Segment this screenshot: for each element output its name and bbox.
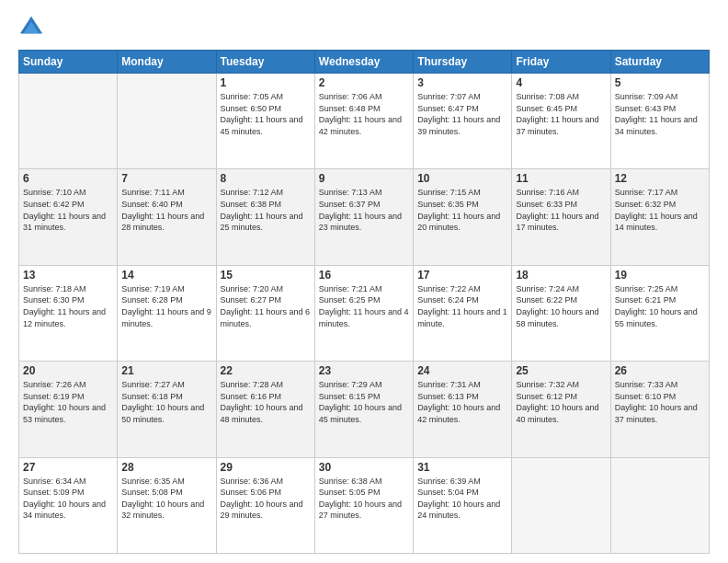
calendar-cell: 11Sunrise: 7:16 AM Sunset: 6:33 PM Dayli… xyxy=(512,169,610,265)
calendar-week-3: 13Sunrise: 7:18 AM Sunset: 6:30 PM Dayli… xyxy=(19,265,710,361)
col-header-saturday: Saturday xyxy=(610,51,709,74)
calendar-cell xyxy=(118,74,216,169)
day-info: Sunrise: 7:11 AM Sunset: 6:40 PM Dayligh… xyxy=(121,187,211,233)
day-info: Sunrise: 6:38 AM Sunset: 5:05 PM Dayligh… xyxy=(319,476,409,522)
day-number: 22 xyxy=(221,364,311,377)
calendar-cell: 26Sunrise: 7:33 AM Sunset: 6:10 PM Dayli… xyxy=(610,362,709,457)
day-number: 20 xyxy=(23,364,113,377)
calendar-cell: 29Sunrise: 6:36 AM Sunset: 5:06 PM Dayli… xyxy=(216,457,314,553)
day-info: Sunrise: 7:19 AM Sunset: 6:28 PM Dayligh… xyxy=(121,283,211,329)
day-info: Sunrise: 7:28 AM Sunset: 6:16 PM Dayligh… xyxy=(221,379,311,425)
calendar-cell: 7Sunrise: 7:11 AM Sunset: 6:40 PM Daylig… xyxy=(118,169,216,265)
calendar-cell: 6Sunrise: 7:10 AM Sunset: 6:42 PM Daylig… xyxy=(19,169,118,265)
col-header-friday: Friday xyxy=(512,51,610,74)
day-number: 8 xyxy=(221,172,311,185)
calendar-cell: 16Sunrise: 7:21 AM Sunset: 6:25 PM Dayli… xyxy=(314,265,413,361)
logo-icon xyxy=(18,15,44,40)
day-info: Sunrise: 7:26 AM Sunset: 6:19 PM Dayligh… xyxy=(23,379,113,425)
calendar-cell: 12Sunrise: 7:17 AM Sunset: 6:32 PM Dayli… xyxy=(610,169,709,265)
day-info: Sunrise: 7:07 AM Sunset: 6:47 PM Dayligh… xyxy=(417,91,507,137)
calendar-cell: 13Sunrise: 7:18 AM Sunset: 6:30 PM Dayli… xyxy=(19,265,118,361)
day-info: Sunrise: 7:25 AM Sunset: 6:21 PM Dayligh… xyxy=(615,283,705,329)
col-header-wednesday: Wednesday xyxy=(314,51,413,74)
day-number: 30 xyxy=(319,461,409,474)
calendar-cell: 5Sunrise: 7:09 AM Sunset: 6:43 PM Daylig… xyxy=(610,74,709,169)
day-number: 6 xyxy=(23,172,113,185)
calendar-cell: 21Sunrise: 7:27 AM Sunset: 6:18 PM Dayli… xyxy=(118,362,216,457)
calendar-cell: 24Sunrise: 7:31 AM Sunset: 6:13 PM Dayli… xyxy=(414,362,512,457)
day-info: Sunrise: 6:34 AM Sunset: 5:09 PM Dayligh… xyxy=(23,476,113,522)
calendar-week-1: 1Sunrise: 7:05 AM Sunset: 6:50 PM Daylig… xyxy=(19,74,710,169)
day-info: Sunrise: 7:33 AM Sunset: 6:10 PM Dayligh… xyxy=(615,379,705,425)
calendar-cell: 8Sunrise: 7:12 AM Sunset: 6:38 PM Daylig… xyxy=(216,169,314,265)
day-number: 19 xyxy=(615,269,705,282)
calendar-week-2: 6Sunrise: 7:10 AM Sunset: 6:42 PM Daylig… xyxy=(19,169,710,265)
calendar-cell: 30Sunrise: 6:38 AM Sunset: 5:05 PM Dayli… xyxy=(314,457,413,553)
day-number: 14 xyxy=(121,269,211,282)
day-info: Sunrise: 7:15 AM Sunset: 6:35 PM Dayligh… xyxy=(417,187,507,233)
day-number: 12 xyxy=(615,172,705,185)
day-number: 9 xyxy=(319,172,409,185)
day-number: 28 xyxy=(121,461,211,474)
day-number: 11 xyxy=(516,172,606,185)
calendar-cell: 10Sunrise: 7:15 AM Sunset: 6:35 PM Dayli… xyxy=(414,169,512,265)
calendar-cell: 2Sunrise: 7:06 AM Sunset: 6:48 PM Daylig… xyxy=(314,74,413,169)
day-number: 17 xyxy=(417,269,507,282)
day-info: Sunrise: 7:27 AM Sunset: 6:18 PM Dayligh… xyxy=(121,379,211,425)
col-header-sunday: Sunday xyxy=(19,51,118,74)
logo xyxy=(18,15,48,40)
col-header-monday: Monday xyxy=(118,51,216,74)
calendar-cell: 25Sunrise: 7:32 AM Sunset: 6:12 PM Dayli… xyxy=(512,362,610,457)
day-info: Sunrise: 7:09 AM Sunset: 6:43 PM Dayligh… xyxy=(615,91,705,137)
day-number: 18 xyxy=(516,269,606,282)
day-info: Sunrise: 7:12 AM Sunset: 6:38 PM Dayligh… xyxy=(221,187,311,233)
calendar-cell: 17Sunrise: 7:22 AM Sunset: 6:24 PM Dayli… xyxy=(414,265,512,361)
calendar-cell: 20Sunrise: 7:26 AM Sunset: 6:19 PM Dayli… xyxy=(19,362,118,457)
day-info: Sunrise: 6:36 AM Sunset: 5:06 PM Dayligh… xyxy=(221,476,311,522)
day-info: Sunrise: 7:13 AM Sunset: 6:37 PM Dayligh… xyxy=(319,187,409,233)
day-info: Sunrise: 7:31 AM Sunset: 6:13 PM Dayligh… xyxy=(417,379,507,425)
day-number: 7 xyxy=(121,172,211,185)
calendar-table: SundayMondayTuesdayWednesdayThursdayFrid… xyxy=(18,50,710,554)
day-info: Sunrise: 7:22 AM Sunset: 6:24 PM Dayligh… xyxy=(417,283,507,329)
calendar-cell xyxy=(19,74,118,169)
day-info: Sunrise: 7:32 AM Sunset: 6:12 PM Dayligh… xyxy=(516,379,606,425)
day-number: 1 xyxy=(221,76,311,89)
page: SundayMondayTuesdayWednesdayThursdayFrid… xyxy=(0,0,728,563)
calendar-cell xyxy=(512,457,610,553)
calendar-cell: 1Sunrise: 7:05 AM Sunset: 6:50 PM Daylig… xyxy=(216,74,314,169)
calendar-cell: 31Sunrise: 6:39 AM Sunset: 5:04 PM Dayli… xyxy=(414,457,512,553)
calendar-cell xyxy=(610,457,709,553)
day-number: 15 xyxy=(221,269,311,282)
day-info: Sunrise: 7:29 AM Sunset: 6:15 PM Dayligh… xyxy=(319,379,409,425)
col-header-tuesday: Tuesday xyxy=(216,51,314,74)
calendar-cell: 14Sunrise: 7:19 AM Sunset: 6:28 PM Dayli… xyxy=(118,265,216,361)
day-number: 21 xyxy=(121,364,211,377)
calendar-cell: 28Sunrise: 6:35 AM Sunset: 5:08 PM Dayli… xyxy=(118,457,216,553)
day-number: 13 xyxy=(23,269,113,282)
day-number: 24 xyxy=(417,364,507,377)
day-info: Sunrise: 7:20 AM Sunset: 6:27 PM Dayligh… xyxy=(221,283,311,329)
day-info: Sunrise: 6:39 AM Sunset: 5:04 PM Dayligh… xyxy=(417,476,507,522)
day-info: Sunrise: 7:16 AM Sunset: 6:33 PM Dayligh… xyxy=(516,187,606,233)
day-info: Sunrise: 7:21 AM Sunset: 6:25 PM Dayligh… xyxy=(319,283,409,329)
calendar-cell: 19Sunrise: 7:25 AM Sunset: 6:21 PM Dayli… xyxy=(610,265,709,361)
day-number: 31 xyxy=(417,461,507,474)
calendar-cell: 15Sunrise: 7:20 AM Sunset: 6:27 PM Dayli… xyxy=(216,265,314,361)
day-number: 3 xyxy=(417,76,507,89)
day-info: Sunrise: 7:17 AM Sunset: 6:32 PM Dayligh… xyxy=(615,187,705,233)
day-number: 2 xyxy=(319,76,409,89)
calendar-week-4: 20Sunrise: 7:26 AM Sunset: 6:19 PM Dayli… xyxy=(19,362,710,457)
day-number: 10 xyxy=(417,172,507,185)
day-number: 23 xyxy=(319,364,409,377)
day-number: 26 xyxy=(615,364,705,377)
calendar-header-row: SundayMondayTuesdayWednesdayThursdayFrid… xyxy=(19,51,710,74)
calendar-week-5: 27Sunrise: 6:34 AM Sunset: 5:09 PM Dayli… xyxy=(19,457,710,553)
calendar-cell: 22Sunrise: 7:28 AM Sunset: 6:16 PM Dayli… xyxy=(216,362,314,457)
calendar-cell: 23Sunrise: 7:29 AM Sunset: 6:15 PM Dayli… xyxy=(314,362,413,457)
day-number: 25 xyxy=(516,364,606,377)
day-info: Sunrise: 7:24 AM Sunset: 6:22 PM Dayligh… xyxy=(516,283,606,329)
day-number: 5 xyxy=(615,76,705,89)
day-info: Sunrise: 7:05 AM Sunset: 6:50 PM Dayligh… xyxy=(221,91,311,137)
day-number: 27 xyxy=(23,461,113,474)
